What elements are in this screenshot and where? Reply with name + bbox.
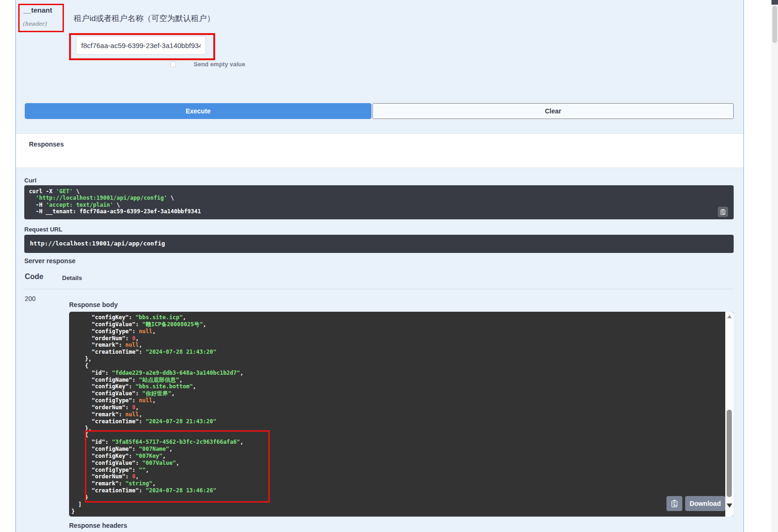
curl-command: curl -X 'GET' \ 'http://localhost:19001/… (29, 188, 201, 215)
send-empty-value-checkbox[interactable] (170, 62, 176, 67)
curl-block: curl -X 'GET' \ 'http://localhost:19001/… (24, 185, 734, 219)
response-headers-label: Response headers (69, 522, 127, 529)
scroll-up-arrow-icon[interactable] (727, 315, 732, 318)
response-body-label: Response body (69, 301, 118, 308)
response-body-block: "configKey": "bbs.site.icp", "configValu… (69, 312, 734, 517)
execute-button[interactable]: Execute (25, 103, 371, 119)
response-body-json: "configKey": "bbs.site.icp", "configValu… (71, 314, 244, 515)
download-button[interactable]: Download (685, 496, 725, 511)
details-column-header: Details (62, 274, 82, 281)
responses-header-band (16, 133, 743, 168)
server-response-label: Server response (24, 257, 76, 265)
parameter-location: (header) (22, 21, 47, 27)
request-url-label: Request URL (24, 226, 63, 233)
parameter-name: __tenant (23, 6, 52, 14)
clear-button[interactable]: Clear (372, 103, 734, 119)
table-divider (24, 289, 734, 289)
request-url-value: http://localhost:19001/api/app/config (30, 240, 165, 247)
curl-copy-button[interactable] (718, 207, 728, 217)
send-empty-value-label: Send empty value (194, 61, 245, 68)
response-copy-button[interactable] (666, 496, 682, 511)
browser-scrollbar[interactable] (771, 0, 778, 532)
browser-scrollbar-top-button[interactable] (771, 0, 778, 5)
tenant-input[interactable] (76, 36, 206, 55)
parameter-description: 租户id或者租户名称（可空为默认租户） (74, 13, 215, 24)
swagger-operation-page: __tenant (header) 租户id或者租户名称（可空为默认租户） Se… (0, 0, 778, 532)
download-button-label: Download (690, 500, 721, 507)
clipboard-icon (720, 209, 726, 215)
code-column-header: Code (25, 273, 43, 281)
response-body-scrollbar[interactable] (725, 312, 734, 517)
scroll-down-arrow-icon[interactable] (727, 504, 732, 508)
clipboard-icon (670, 499, 679, 508)
browser-scrollbar-thumb[interactable] (772, 6, 777, 43)
execute-button-label: Execute (186, 107, 211, 115)
status-code: 200 (25, 295, 35, 302)
curl-label: Curl (24, 177, 36, 184)
request-url-block: http://localhost:19001/api/app/config (24, 235, 734, 253)
scrollbar-thumb[interactable] (727, 410, 732, 497)
responses-title: Responses (29, 140, 64, 148)
clear-button-label: Clear (545, 107, 561, 115)
